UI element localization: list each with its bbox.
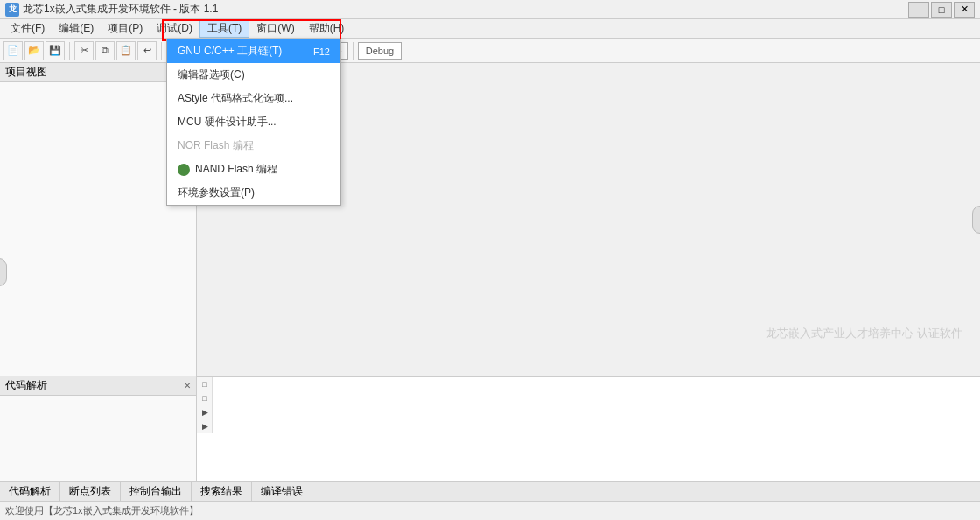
mini-toolbar: □ □ ▶ ▶ <box>197 377 213 433</box>
tab-console[interactable]: 控制台输出 <box>121 482 192 501</box>
left-side-indicator <box>0 258 7 286</box>
tab-compile-errors[interactable]: 编译错误 <box>252 482 312 501</box>
cut-button[interactable]: ✂ <box>74 41 94 60</box>
dropdown-item-env-settings[interactable]: 环境参数设置(P) <box>167 181 340 205</box>
menu-tools[interactable]: 工具(T) <box>200 19 249 38</box>
status-bar: 欢迎使用【龙芯1x嵌入式集成开发环境软件】 <box>0 501 980 520</box>
toolbar-separator-5 <box>353 42 354 60</box>
window-title: 龙芯1x嵌入式集成开发环境软件 - 版本 1.1 <box>23 2 908 17</box>
mcu-label: MCU 硬件设计助手... <box>178 115 276 130</box>
code-analysis-title: 代码解析 <box>5 378 47 393</box>
dropdown-item-nor-flash: NOR Flash 编程 <box>167 134 340 158</box>
dropdown-item-nand-flash[interactable]: NAND Flash 编程 <box>167 158 340 181</box>
main-layout: 项目视图 代码解析 ✕ 龙芯嵌入式产业人才培养中心 认证软件 □ □ ▶ ▶ <box>0 63 980 481</box>
tab-code-analysis[interactable]: 代码解析 <box>0 482 60 501</box>
dropdown-item-mcu[interactable]: MCU 硬件设计助手... <box>167 110 340 134</box>
window-controls: — □ ✕ <box>908 2 975 18</box>
code-analysis-title-bar: 代码解析 ✕ <box>0 376 196 396</box>
tools-dropdown-menu: GNU C/C++ 工具链(T) F12 编辑器选项(C) AStyle 代码格… <box>166 39 341 206</box>
menu-file[interactable]: 文件(F) <box>4 19 52 38</box>
gnu-shortcut: F12 <box>313 46 330 57</box>
dropdown-item-astyle[interactable]: AStyle 代码格式化选项... <box>167 87 340 110</box>
nand-flash-icon <box>178 164 190 176</box>
editor-options-label: 编辑器选项(C) <box>178 67 245 82</box>
menu-bar: 文件(F) 编辑(E) 项目(P) 调试(D) 工具(T) 窗口(W) 帮助(H… <box>0 19 980 39</box>
maximize-button[interactable]: □ <box>931 2 952 18</box>
open-file-button[interactable]: 📂 <box>24 41 44 60</box>
status-message: 欢迎使用【龙芯1x嵌入式集成开发环境软件】 <box>5 504 199 517</box>
toolbar-separator-2 <box>161 42 162 60</box>
watermark-text: 龙芯嵌入式产业人才培养中心 认证软件 <box>766 326 962 341</box>
tab-search[interactable]: 搜索结果 <box>192 482 252 501</box>
copy-button[interactable]: ⧉ <box>95 41 115 60</box>
right-side-indicator <box>972 206 980 234</box>
mini-tb-btn-3[interactable]: ▶ <box>197 405 213 419</box>
tab-breakpoints[interactable]: 断点列表 <box>60 482 121 501</box>
dropdown-item-editor-options[interactable]: 编辑器选项(C) <box>167 63 340 87</box>
menu-help[interactable]: 帮助(H) <box>302 19 352 38</box>
astyle-label: AStyle 代码格式化选项... <box>178 91 293 106</box>
undo-button[interactable]: ↩ <box>137 41 157 60</box>
code-analysis-close[interactable]: ✕ <box>184 381 191 390</box>
code-analysis-panel: 代码解析 ✕ <box>0 376 196 481</box>
new-file-button[interactable]: 📄 <box>4 41 23 60</box>
debug-label[interactable]: Debug <box>358 42 402 60</box>
toolbar: 📄 📂 💾 ✂ ⧉ 📋 ↩ ▶ ▶▶ ⬛ ⚙ 🔍 ⬛ C/C++ Debug <box>0 39 980 63</box>
gnu-label: GNU C/C++ 工具链(T) <box>178 44 282 59</box>
nand-flash-label: NAND Flash 编程 <box>195 162 277 177</box>
menu-window[interactable]: 窗口(W) <box>249 19 301 38</box>
toolbar-separator-1 <box>69 42 70 60</box>
title-bar: 龙 龙芯1x嵌入式集成开发环境软件 - 版本 1.1 — □ ✕ <box>0 0 980 19</box>
mini-tb-btn-1[interactable]: □ <box>197 377 213 391</box>
paste-button[interactable]: 📋 <box>116 41 136 60</box>
bottom-editor-panel: □ □ ▶ ▶ <box>197 376 980 481</box>
close-button[interactable]: ✕ <box>954 2 975 18</box>
minimize-button[interactable]: — <box>908 2 929 18</box>
nor-flash-label: NOR Flash 编程 <box>178 138 254 153</box>
menu-edit[interactable]: 编辑(E) <box>52 19 101 38</box>
mini-tb-btn-4[interactable]: ▶ <box>197 419 213 433</box>
menu-debug[interactable]: 调试(D) <box>150 19 200 38</box>
save-file-button[interactable]: 💾 <box>46 41 65 60</box>
mini-tb-btn-2[interactable]: □ <box>197 391 213 405</box>
menu-project[interactable]: 项目(P) <box>101 19 150 38</box>
env-settings-label: 环境参数设置(P) <box>178 186 255 200</box>
dropdown-item-gnu[interactable]: GNU C/C++ 工具链(T) F12 <box>167 39 340 63</box>
bottom-tabs: 代码解析 断点列表 控制台输出 搜索结果 编译错误 <box>0 481 980 501</box>
app-icon: 龙 <box>5 3 19 17</box>
